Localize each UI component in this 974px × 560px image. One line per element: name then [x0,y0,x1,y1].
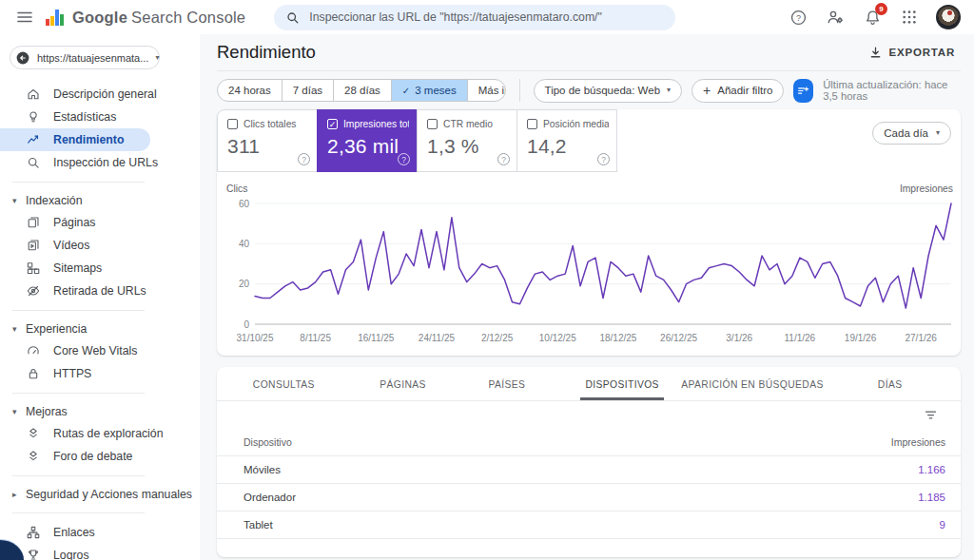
tab-paginas[interactable]: PÁGINAS [351,367,455,400]
sidebar-item-label: HTTPS [53,367,91,380]
help-icon[interactable]: ? [497,153,510,165]
help-button[interactable]: ? [788,7,808,28]
sidebar-item-estadisticas[interactable]: Estadísticas [0,106,200,128]
date-range-7-dias[interactable]: 7 días [282,80,334,101]
granularity-select[interactable]: Cada día ▾ [872,122,951,145]
sidebar-item-core-web-vitals[interactable]: Core Web Vitals [0,339,200,362]
search-icon [25,155,42,170]
property-label: https://tatuajesenmata... [37,52,148,64]
table-row[interactable]: Móviles1.166 [217,456,961,484]
url-inspection-searchbar[interactable] [274,5,675,30]
sidebar-item-paginas[interactable]: Páginas [0,211,200,234]
sidebar-section-label: Seguridad y Acciones manuales [26,488,192,501]
avatar[interactable] [936,5,961,29]
tab-dispositivos[interactable]: DISPOSITIVOS [559,367,686,400]
user-gear-icon [826,8,845,27]
url-inspection-input[interactable] [309,10,664,24]
sidebar-item-label: Rutas de exploración [53,427,164,440]
sidebar-item-label: Sitemaps [53,261,102,275]
sidebar-section-mejoras[interactable]: ▾Mejoras [0,401,200,422]
dimensions-table-panel: CONSULTASPÁGINASPAÍSESDISPOSITIVOSAPARIC… [217,367,961,557]
tab-paises[interactable]: PAÍSES [455,367,558,400]
sidebar-item-retirada-de-urls[interactable]: Retirada de URLs [0,280,200,302]
lock-icon [25,366,42,381]
date-range-3-meses[interactable]: ✓3 meses [392,80,468,101]
date-range-label: 3 meses [415,85,456,96]
sidebar-item-label: Vídeos [53,239,89,252]
divider [12,393,145,394]
app-logo: GoogleSearch Console [46,9,245,27]
metric-card-ctr-medio[interactable]: CTR medio1,3 %? [417,109,517,172]
breadcrumbs-icon [25,426,42,441]
table-row[interactable]: Tablet9 [217,512,961,539]
help-icon[interactable]: ? [398,153,410,165]
date-range-28-dias[interactable]: 28 días [334,80,392,101]
svg-text:60: 60 [239,199,250,209]
export-button[interactable]: EXPORTAR [863,42,961,64]
left-axis-label: Clics [226,183,247,194]
sidebar-section-label: Indexación [26,194,82,207]
column-header-impressions[interactable]: Impresiones [891,436,945,448]
svg-text:31/10/25: 31/10/25 [237,333,274,343]
sidebar-item-descripcion-general[interactable]: Descripción general [0,83,200,106]
metric-value: 1,3 % [427,135,509,158]
date-range-label: 24 horas [228,85,271,96]
help-icon[interactable]: ? [298,153,310,165]
sidebar-item-https[interactable]: HTTPS [0,362,200,385]
sidebar-section-experiencia[interactable]: ▾Experiencia [0,319,200,339]
sidebar-item-rendimiento[interactable]: Rendimiento [0,128,150,151]
device-cell: Tablet [244,519,273,531]
search-type-chip[interactable]: Tipo de búsqueda: Web ▾ [534,79,683,103]
funnel-filter-icon[interactable] [924,408,938,422]
property-selector[interactable]: https://tatuajesenmata... ▾ [10,46,160,69]
svg-text:8/11/25: 8/11/25 [300,333,331,343]
svg-text:2/12/25: 2/12/25 [481,333,514,343]
user-settings-button[interactable] [825,7,846,28]
tab-dias[interactable]: DÍAS [819,367,961,400]
date-range-mas-informacion[interactable]: Más información▾ [468,80,506,101]
tab-consultas[interactable]: CONSULTAS [217,367,351,400]
chevron-right-icon: ▸ [12,490,20,499]
sidebar-section-seguridad-y-acciones-manuales[interactable]: ▸Seguridad y Acciones manuales [0,484,200,505]
tab-aparicion-en-busquedas[interactable]: APARICIÓN EN BÚSQUEDAS [686,367,820,400]
page-title: Rendimiento [217,42,316,63]
sidebar-section-indexacion[interactable]: ▾Indexación [0,190,200,211]
sidebar-item-label: Retirada de URLs [53,284,146,298]
svg-text:27/1/26: 27/1/26 [905,333,937,343]
checkbox-icon [427,119,438,129]
sidebar-item-foro-de-debate[interactable]: Foro de debate [0,445,200,468]
sidebar-item-label: Descripción general [53,87,157,101]
table-row[interactable]: Ordenador1.185 [217,484,961,512]
apps-grid-icon [902,10,917,25]
sidebar-item-logros[interactable]: Logros [0,544,200,560]
svg-text:19/1/26: 19/1/26 [845,333,877,343]
metric-card-impresiones-totales[interactable]: ✓Impresiones total...2,36 mil? [317,109,418,172]
notifications-button[interactable]: 9 [862,7,883,28]
divider [519,79,520,102]
apps-grid-button[interactable] [899,7,920,28]
sidebar-item-rutas-de-exploracion[interactable]: Rutas de exploración [0,422,200,445]
help-icon[interactable]: ? [597,153,610,165]
sidebar-item-sitemaps[interactable]: Sitemaps [0,257,200,280]
svg-text:18/12/25: 18/12/25 [599,333,636,343]
filter-settings-button[interactable] [793,79,813,103]
performance-chart: Clics Impresiones 604020031/10/258/11/25… [217,172,961,346]
hamburger-menu-button[interactable] [13,6,36,29]
metric-card-clics-totales[interactable]: Clics totales311? [217,109,318,172]
sidebar-item-label: Enlaces [53,526,95,539]
metric-card-posicion-media[interactable]: Posición media14,2? [516,109,617,172]
date-range-24-horas[interactable]: 24 horas [218,80,282,101]
sidebar-item-inspeccion-de-urls[interactable]: Inspección de URLs [0,151,200,174]
forum-icon [25,449,42,464]
sidebar-item-videos[interactable]: Vídeos [0,234,200,257]
plus-icon: + [703,84,711,97]
impressions-cell: 1.166 [918,464,945,475]
performance-icon [25,132,42,147]
sidebar-item-enlaces[interactable]: Enlaces [0,521,200,544]
chevron-down-icon: ▾ [667,87,671,94]
sidebar-item-label: Inspección de URLs [53,156,158,169]
svg-text:?: ? [795,12,800,22]
chevron-down-icon: ▾ [155,54,159,62]
add-filter-chip[interactable]: + Añadir filtro [692,79,784,103]
tab-label: PAÍSES [484,370,531,400]
